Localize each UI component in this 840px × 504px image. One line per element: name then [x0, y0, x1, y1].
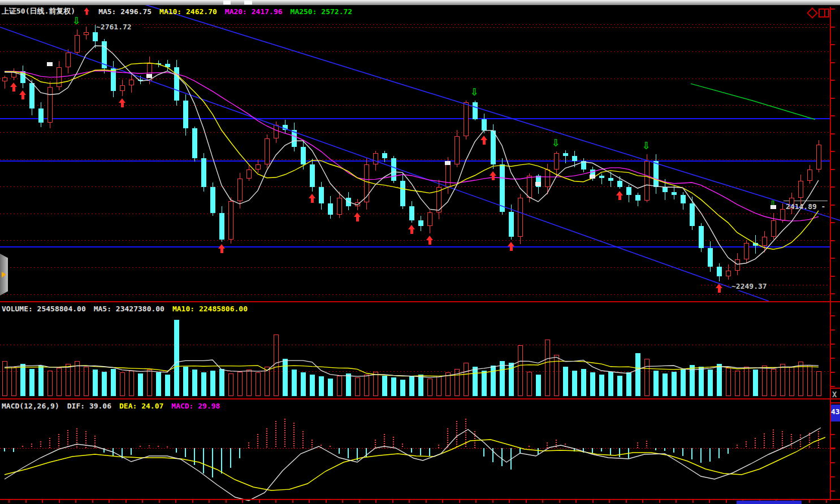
- axis-tick: [831, 329, 835, 331]
- time-axis-tick: [309, 500, 310, 503]
- expand-arrow-icon: [2, 272, 6, 277]
- volume-ma10: MA10: 22485806.00: [172, 305, 248, 313]
- axis-tick: [831, 315, 835, 316]
- time-axis-tick: [159, 500, 160, 503]
- axis-tick: [831, 98, 835, 99]
- macd-value: MACD: 29.98: [171, 402, 220, 410]
- last-price-tag: 2414.89 -: [786, 202, 825, 211]
- time-axis-tick: [25, 500, 27, 503]
- ma10-indicator: MA10: 2462.70: [159, 7, 217, 16]
- time-axis-tick: [192, 500, 193, 503]
- trading-app-window: ⇩⇩⇩⇩⇩ 上证50(日线.前复权) MA5: 2496.75 MA10: 24…: [0, 0, 840, 504]
- titlebar-notch: [223, 1, 231, 5]
- axis-tick: [831, 293, 835, 294]
- low-annotation: ~2249.37: [731, 282, 767, 290]
- time-axis-tick: [375, 500, 376, 503]
- time-axis-tick: [42, 500, 43, 503]
- time-axis-tick: [709, 500, 710, 503]
- time-axis-tick: [692, 500, 694, 503]
- tile-windows-icon[interactable]: [819, 8, 829, 18]
- axis-tick: [831, 169, 835, 170]
- time-axis-tick: [409, 500, 410, 503]
- time-axis-tick: [392, 500, 393, 503]
- time-axis-tick: [592, 500, 594, 503]
- right-axis-x-label: X: [832, 390, 837, 399]
- time-axis-tick: [542, 500, 543, 503]
- titlebar[interactable]: [0, 0, 840, 5]
- axis-tick: [831, 205, 835, 206]
- macd-header: MACD(12,26,9) DIF: 39.06 DEA: 24.07 MACD…: [2, 402, 220, 410]
- volume-header: VOLUME: 25458804.00 MA5: 23427380.00 MA1…: [2, 305, 248, 313]
- panel-divider: [0, 398, 840, 399]
- time-axis-tick: [259, 500, 260, 503]
- time-axis-tick: [659, 500, 660, 503]
- time-axis-tick: [8, 500, 10, 503]
- time-axis-tick: [475, 500, 477, 503]
- macd-panel[interactable]: [0, 400, 830, 498]
- axis-tick: [831, 434, 835, 435]
- titlebar-notch: [244, 1, 252, 5]
- margin-separator: [830, 402, 840, 403]
- main-chart-header: 上证50(日线.前复权) MA5: 2496.75 MA10: 2462.70 …: [2, 6, 352, 16]
- axis-tick: [831, 115, 835, 116]
- time-axis-tick: [726, 500, 727, 503]
- axis-tick: [831, 240, 835, 241]
- axis-tick: [831, 186, 835, 188]
- ma250-indicator: MA250: 2572.72: [291, 7, 353, 16]
- up-arrow-icon: [84, 8, 89, 15]
- axis-tick: [831, 372, 835, 373]
- axis-tick: [831, 80, 835, 81]
- time-axis-tick: [275, 500, 276, 503]
- axis-tick: [831, 358, 835, 359]
- axis-tick: [831, 490, 835, 492]
- axis-tick: [831, 62, 835, 63]
- axis-tick: [831, 462, 835, 463]
- axis-tick: [831, 44, 835, 45]
- time-axis-tick: [109, 500, 110, 503]
- time-axis-tick: [142, 500, 143, 503]
- volume-value: VOLUME: 25458804.00: [2, 305, 86, 313]
- axis-tick: [831, 8, 835, 10]
- scrollbar-thumb[interactable]: [737, 501, 802, 504]
- axis-tick: [831, 133, 835, 134]
- axis-tick: [831, 222, 835, 223]
- chart-title: 上证50(日线.前复权): [2, 6, 75, 16]
- axis-tick: [831, 386, 835, 387]
- time-axis-tick: [75, 500, 76, 503]
- time-axis-tick: [492, 500, 493, 503]
- macd-title: MACD(12,26,9): [2, 402, 59, 410]
- time-axis-tick: [626, 500, 627, 503]
- panel-divider: [0, 301, 840, 302]
- macd-dea: DEA: 24.07: [119, 402, 163, 410]
- time-axis-tick: [826, 500, 827, 503]
- time-axis-tick: [676, 500, 677, 503]
- time-axis-tick: [575, 500, 577, 503]
- time-axis-tick: [292, 500, 293, 503]
- price-panel[interactable]: [0, 6, 830, 301]
- time-axis-tick: [209, 500, 210, 503]
- axis-tick: [831, 27, 835, 28]
- time-axis-tick: [342, 500, 343, 503]
- time-axis-tick: [459, 500, 460, 503]
- axis-tick: [831, 476, 835, 477]
- high-annotation: ~2761.72: [96, 23, 132, 31]
- volume-panel[interactable]: [0, 303, 830, 398]
- margin-separator: [830, 388, 840, 389]
- time-axis-tick: [226, 500, 227, 503]
- time-axis-tick: [242, 500, 243, 503]
- time-axis-tick: [59, 500, 60, 503]
- axis-tick: [831, 344, 835, 345]
- time-axis-tick: [609, 500, 610, 503]
- macd-axis-blue-tag: 43: [831, 405, 840, 422]
- ma5-indicator: MA5: 2496.75: [98, 7, 151, 16]
- time-axis-tick: [326, 500, 327, 503]
- time-axis-tick: [809, 500, 810, 503]
- axis-tick: [830, 447, 835, 449]
- time-axis-tick: [442, 500, 443, 503]
- volume-ma5: MA5: 23427380.00: [94, 305, 164, 313]
- expand-sidebar-tab[interactable]: [0, 254, 8, 296]
- macd-dif: DIF: 39.06: [67, 402, 111, 410]
- time-axis-tick: [175, 500, 176, 503]
- time-axis-tick: [526, 500, 527, 503]
- ma20-indicator: MA20: 2417.96: [225, 7, 283, 16]
